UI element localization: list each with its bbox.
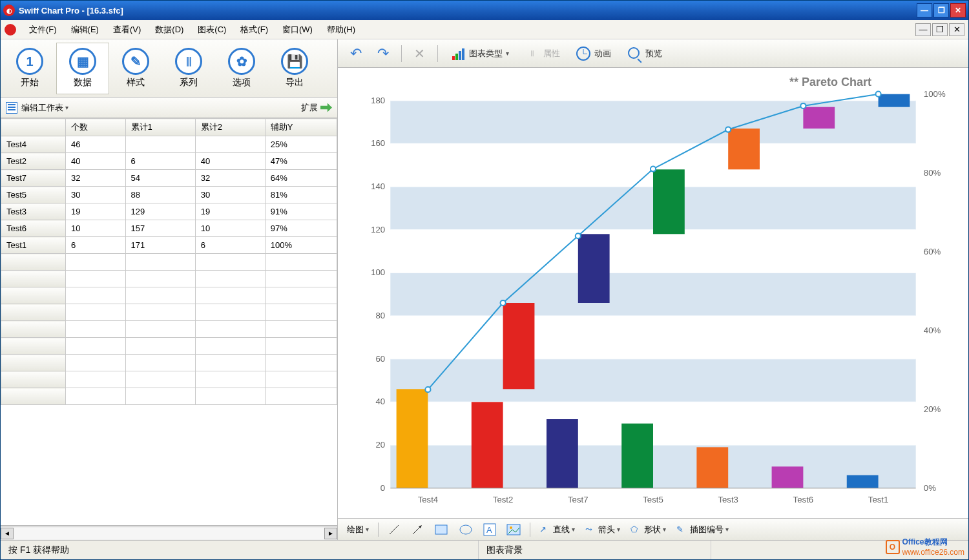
table-cell[interactable]: 10 xyxy=(66,220,126,237)
table-cell[interactable]: 46 xyxy=(66,136,126,153)
table-cell[interactable]: 100% xyxy=(265,237,337,254)
menu-bar: 文件(F) 编辑(E) 查看(V) 数据(D) 图表(C) 格式(F) 窗口(W… xyxy=(1,20,968,39)
table-cell[interactable]: 81% xyxy=(265,187,337,203)
clock-icon xyxy=(576,46,591,61)
row-header[interactable]: Test3 xyxy=(1,203,66,220)
table-cell[interactable]: 40 xyxy=(66,153,126,170)
table-cell[interactable]: 6 xyxy=(195,237,265,254)
properties-button[interactable]: ⫴ 属性 xyxy=(519,44,566,63)
chart-canvas[interactable]: ** Pareto Chart 020406080100120140160180… xyxy=(338,68,968,518)
table-cell[interactable]: 19 xyxy=(66,203,126,220)
undo-button[interactable]: ↶ xyxy=(344,44,368,63)
svg-text:Test7: Test7 xyxy=(568,495,589,504)
toolbar-series-button[interactable]: ⫴ 系列 xyxy=(162,43,215,94)
row-header[interactable]: Test5 xyxy=(1,187,66,203)
mdi-close-button[interactable]: ✕ xyxy=(949,23,964,36)
svg-text:Test1: Test1 xyxy=(868,495,889,504)
table-cell[interactable]: 171 xyxy=(125,237,195,254)
row-header[interactable]: Test7 xyxy=(1,170,66,187)
data-table[interactable]: 个数累计1累计2辅助YTest44625%Test24064047%Test73… xyxy=(1,118,337,526)
table-cell[interactable]: 97% xyxy=(265,220,337,237)
table-cell[interactable]: 157 xyxy=(125,220,195,237)
horizontal-scrollbar[interactable]: ◄ ► xyxy=(1,526,337,540)
menu-view[interactable]: 查看(V) xyxy=(107,22,147,37)
preview-button[interactable]: 预览 xyxy=(621,44,668,63)
col-header[interactable]: 累计2 xyxy=(195,119,265,136)
minimize-button[interactable]: — xyxy=(917,3,932,17)
table-cell[interactable] xyxy=(125,136,195,153)
svg-text:80: 80 xyxy=(376,311,386,320)
svg-text:80%: 80% xyxy=(924,168,941,178)
menu-edit[interactable]: 编辑(E) xyxy=(65,22,105,37)
svg-rect-39 xyxy=(621,424,653,488)
mdi-restore-button[interactable]: ❐ xyxy=(932,23,948,36)
close-button[interactable]: ✕ xyxy=(950,3,966,17)
table-cell[interactable]: 32 xyxy=(195,170,265,187)
svg-text:160: 160 xyxy=(371,138,385,148)
svg-point-55 xyxy=(725,127,731,132)
scroll-right-button[interactable]: ► xyxy=(324,528,337,539)
table-cell[interactable]: 30 xyxy=(66,187,126,203)
svg-point-51 xyxy=(425,387,430,392)
scroll-track[interactable] xyxy=(14,528,324,539)
row-header[interactable]: Test2 xyxy=(1,153,66,170)
delete-button[interactable]: ✕ xyxy=(408,44,431,63)
table-cell[interactable]: 6 xyxy=(125,153,195,170)
col-header[interactable]: 个数 xyxy=(66,119,126,136)
table-cell[interactable]: 47% xyxy=(265,153,337,170)
watermark-logo-icon: O xyxy=(886,540,900,554)
table-cell[interactable] xyxy=(195,136,265,153)
svg-text:Test2: Test2 xyxy=(493,495,514,504)
menu-help[interactable]: 帮助(H) xyxy=(320,22,362,37)
svg-point-53 xyxy=(576,233,581,238)
redo-button[interactable]: ↷ xyxy=(371,44,395,63)
menu-chart[interactable]: 图表(C) xyxy=(191,22,233,37)
table-cell[interactable]: 40 xyxy=(195,153,265,170)
toolbar-export-button[interactable]: 💾 导出 xyxy=(268,43,321,94)
table-cell[interactable]: 6 xyxy=(66,237,126,254)
table-cell[interactable]: 19 xyxy=(195,203,265,220)
col-header[interactable]: 累计1 xyxy=(125,119,195,136)
delete-icon: ✕ xyxy=(414,46,425,61)
status-bar: 按 F1 获得帮助 图表背景 O Office教程网 www.office26.… xyxy=(1,540,968,559)
row-header[interactable]: Test1 xyxy=(1,237,66,254)
table-cell[interactable]: 32 xyxy=(66,170,126,187)
row-header[interactable]: Test6 xyxy=(1,220,66,237)
menu-format[interactable]: 格式(F) xyxy=(234,22,275,37)
svg-rect-48 xyxy=(847,475,879,488)
toolbar-options-button[interactable]: ✿ 选项 xyxy=(215,43,268,94)
menu-data[interactable]: 数据(D) xyxy=(149,22,190,37)
toolbar-data-button[interactable]: ▦ 数据 xyxy=(56,43,109,94)
table-cell[interactable]: 54 xyxy=(125,170,195,187)
table-cell[interactable]: 129 xyxy=(125,203,195,220)
status-help: 按 F1 获得帮助 xyxy=(1,541,479,559)
table-cell[interactable]: 88 xyxy=(125,187,195,203)
row-header[interactable]: Test4 xyxy=(1,136,66,153)
table-cell[interactable]: 64% xyxy=(265,170,337,187)
left-panel: 1 开始 ▦ 数据 ✎ 样式 ⫴ 系列 ✿ 选项 💾 导出 xyxy=(1,39,338,540)
worksheet-header: 编辑工作表 ▾ 扩展 xyxy=(1,98,337,118)
style-icon: ✎ xyxy=(122,48,149,75)
expand-icon[interactable] xyxy=(320,103,332,112)
svg-text:100%: 100% xyxy=(924,89,946,99)
toolbar-style-button[interactable]: ✎ 样式 xyxy=(109,43,162,94)
menu-window[interactable]: 窗口(W) xyxy=(276,22,319,37)
table-icon xyxy=(6,102,17,114)
maximize-button[interactable]: ❐ xyxy=(933,3,949,17)
animation-button[interactable]: 动画 xyxy=(570,44,617,63)
col-header[interactable]: 辅助Y xyxy=(265,119,337,136)
toolbar-start-button[interactable]: 1 开始 xyxy=(3,43,56,94)
table-cell[interactable]: 91% xyxy=(265,203,337,220)
dropdown-icon[interactable]: ▾ xyxy=(63,104,68,111)
svg-text:Test4: Test4 xyxy=(418,495,439,504)
table-cell[interactable]: 10 xyxy=(195,220,265,237)
table-cell[interactable]: 30 xyxy=(195,187,265,203)
svg-text:Test3: Test3 xyxy=(718,495,738,504)
menu-file[interactable]: 文件(F) xyxy=(23,22,63,37)
chart-type-button[interactable]: 图表类型 ▾ xyxy=(444,44,515,63)
scroll-left-button[interactable]: ◄ xyxy=(1,528,14,539)
svg-text:140: 140 xyxy=(371,181,385,191)
table-cell[interactable]: 25% xyxy=(265,136,337,153)
chart-toolbar: ↶ ↷ ✕ 图表类型 ▾ ⫴ 属性 动画 预览 xyxy=(338,39,968,68)
mdi-minimize-button[interactable]: — xyxy=(915,23,931,36)
